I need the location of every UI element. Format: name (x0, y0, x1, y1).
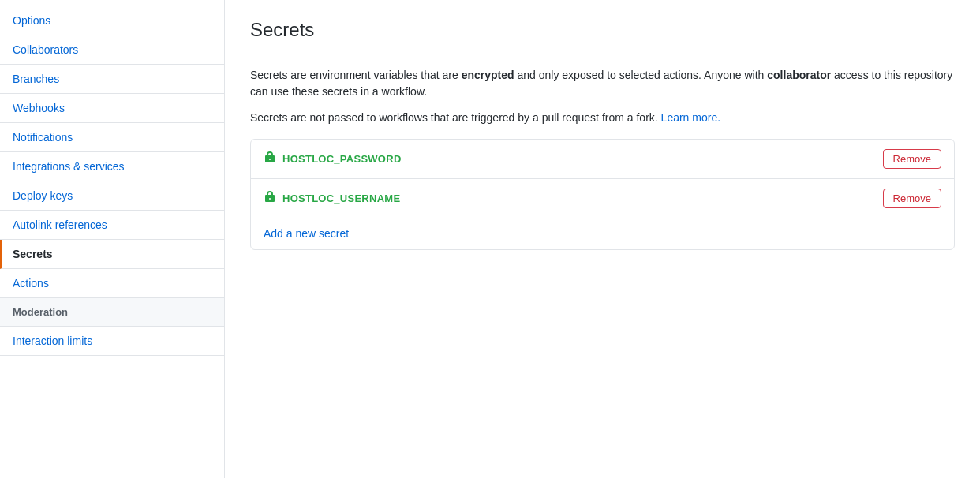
desc1b: encrypted (462, 69, 514, 81)
add-secret-row: Add a new secret (251, 218, 954, 249)
sidebar-item-notifications[interactable]: Notifications (0, 123, 224, 152)
secret-name-text-password: HOSTLOC_PASSWORD (282, 153, 402, 165)
learn-more-link[interactable]: Learn more. (661, 111, 720, 124)
sidebar-item-webhooks[interactable]: Webhooks (0, 94, 224, 123)
lock-icon (264, 191, 276, 206)
secret-name-username: HOSTLOC_USERNAME (264, 191, 400, 206)
description-1: Secrets are environment variables that a… (250, 67, 955, 100)
sidebar-item-options[interactable]: Options (0, 6, 224, 35)
desc1d: collaborator (767, 69, 831, 81)
sidebar-item-integrations[interactable]: Integrations & services (0, 152, 224, 181)
sidebar-item-autolink[interactable]: Autolink references (0, 211, 224, 240)
sidebar-item-deploy-keys[interactable]: Deploy keys (0, 181, 224, 211)
secret-name-password: HOSTLOC_PASSWORD (264, 151, 402, 166)
desc1c: and only exposed to selected actions. An… (514, 69, 768, 81)
secret-row-password: HOSTLOC_PASSWORDRemove (251, 140, 954, 179)
remove-button-password[interactable]: Remove (883, 149, 941, 169)
sidebar-item-secrets[interactable]: Secrets (0, 240, 224, 269)
secrets-table: HOSTLOC_PASSWORDRemove HOSTLOC_USERNAMER… (250, 139, 955, 250)
moderation-section-header: Moderation (0, 298, 224, 327)
add-secret-link[interactable]: Add a new secret (264, 227, 349, 240)
sidebar: OptionsCollaboratorsBranchesWebhooksNoti… (0, 0, 225, 478)
remove-button-username[interactable]: Remove (883, 189, 941, 208)
main-content: Secrets Secrets are environment variable… (225, 0, 980, 478)
desc1a: Secrets are environment variables that a… (250, 69, 462, 81)
secret-name-text-username: HOSTLOC_USERNAME (282, 192, 400, 204)
sidebar-item-collaborators[interactable]: Collaborators (0, 35, 224, 65)
sidebar-item-actions[interactable]: Actions (0, 269, 224, 298)
sidebar-item-interaction-limits[interactable]: Interaction limits (0, 327, 224, 356)
sidebar-item-branches[interactable]: Branches (0, 65, 224, 94)
lock-icon (264, 151, 276, 166)
description-2: Secrets are not passed to workflows that… (250, 110, 955, 126)
secret-row-username: HOSTLOC_USERNAMERemove (251, 179, 954, 218)
page-title: Secrets (250, 19, 955, 54)
desc2a: Secrets are not passed to workflows that… (250, 111, 661, 124)
